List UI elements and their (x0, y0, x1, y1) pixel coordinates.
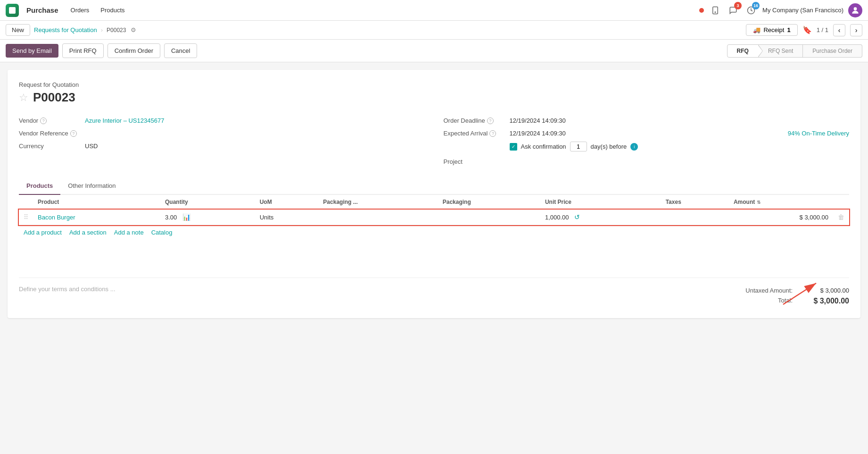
delete-row-icon[interactable]: 🗑 (838, 213, 844, 221)
currency-value[interactable]: USD (85, 143, 425, 150)
amount-col-header: Amount ⇅ (729, 195, 833, 210)
packaging-qty-cell[interactable] (318, 210, 438, 225)
packaging-cell[interactable] (438, 210, 540, 225)
truck-icon: 🚚 (753, 26, 761, 34)
send-by-email-button[interactable]: Send by Email (6, 44, 58, 58)
quantity-col-header: Quantity (160, 195, 255, 210)
tab-other-information[interactable]: Other Information (60, 177, 123, 195)
grand-total-row: Total: $ 3,000.00 (731, 295, 849, 307)
cancel-button[interactable]: Cancel (164, 43, 197, 58)
total-value: $ 3,000.00 (802, 297, 849, 305)
products-section: Product Quantity UoM Packaging ... Packa… (19, 195, 849, 240)
table-row: ⠿ Bacon Burger 3.00 📊 Units 1,000.00 ↺ (19, 210, 849, 225)
drag-handle-icon[interactable]: ⠿ (24, 213, 28, 221)
on-time-delivery[interactable]: 94% On-Time Delivery (788, 130, 849, 137)
vendor-value[interactable]: Azure Interior – US12345677 (85, 117, 425, 124)
app-icon (6, 4, 19, 17)
vendor-label: Vendor ? (19, 117, 85, 124)
tabs: Products Other Information (19, 177, 849, 195)
delete-cell[interactable]: 🗑 (833, 210, 849, 225)
total-label: Total: (736, 297, 793, 305)
currency-row: Currency USD (19, 140, 425, 152)
doc-title-row: ☆ P00023 (19, 90, 849, 105)
untaxed-row: Untaxed Amount: $ 3,000.00 (731, 286, 849, 295)
vendor-row: Vendor ? Azure Interior – US12345677 (19, 114, 425, 127)
vendor-ref-help-icon[interactable]: ? (70, 130, 77, 137)
untaxed-label: Untaxed Amount: (736, 287, 793, 294)
order-deadline-value[interactable]: 12/19/2024 14:09:30 (510, 117, 850, 124)
status-dot (699, 8, 704, 13)
gear-icon[interactable]: ⚙ (131, 26, 136, 34)
doc-label: Request for Quotation (19, 81, 849, 88)
terms-input[interactable]: Define your terms and conditions ... (19, 286, 731, 293)
expected-arrival-value[interactable]: 12/19/2024 14:09:30 (510, 130, 780, 137)
ask-confirm-checkbox[interactable]: ✓ (510, 143, 517, 151)
footer-area: Define your terms and conditions ... Unt… (19, 277, 849, 307)
action-bar: Send by Email Print RFQ Confirm Order Ca… (0, 40, 868, 62)
prev-page-button[interactable]: ‹ (833, 24, 845, 36)
quantity-cell: 3.00 📊 (160, 210, 255, 225)
bookmark-icon[interactable]: 🔖 (802, 25, 812, 34)
next-page-button[interactable]: › (850, 24, 862, 36)
clock-icon[interactable]: 16 (744, 4, 758, 17)
order-deadline-help-icon[interactable]: ? (487, 118, 494, 124)
doc-number: P00023 (33, 90, 75, 105)
product-col-header: Product (33, 195, 160, 210)
chat-icon[interactable]: 3 (727, 4, 740, 17)
main-content: Request for Quotation ☆ P00023 Vendor ? … (8, 70, 860, 318)
uom-cell[interactable]: Units (255, 210, 319, 225)
svg-point-1 (715, 12, 716, 13)
svg-point-3 (854, 7, 857, 10)
vendor-ref-row: Vendor Reference ? (19, 127, 425, 140)
top-nav: Purchase Orders Products 3 16 My Company… (0, 0, 868, 21)
receipt-count: 1 (787, 26, 790, 34)
sort-icon[interactable]: ⇅ (757, 200, 761, 205)
reset-price-icon[interactable]: ↺ (574, 213, 580, 221)
actions-col-header (833, 195, 849, 210)
receipt-label: Receipt (763, 26, 784, 34)
favorite-star[interactable]: ☆ (19, 92, 28, 104)
expected-arrival-label: Expected Arrival ? (444, 130, 510, 137)
ask-confirm-row: ✓ Ask confirmation day(s) before i (444, 142, 850, 151)
table-header: Product Quantity UoM Packaging ... Packa… (19, 195, 849, 210)
expected-arrival-help-icon[interactable]: ? (489, 130, 496, 137)
project-label: Project (444, 158, 510, 165)
confirm-order-button[interactable]: Confirm Order (107, 43, 160, 58)
tab-products[interactable]: Products (19, 177, 60, 195)
forecast-chart-icon[interactable]: 📊 (182, 213, 190, 221)
info-icon[interactable]: i (630, 143, 638, 151)
clock-badge: 16 (752, 2, 760, 9)
taxes-col-header: Taxes (661, 195, 729, 210)
taxes-cell[interactable] (661, 210, 729, 225)
status-purchase-order[interactable]: Purchase Order (803, 44, 862, 58)
chat-badge: 3 (734, 2, 742, 9)
add-section-link[interactable]: Add a section (69, 229, 107, 236)
breadcrumb-bar: New Requests for Quotation › P00023 ⚙ 🚚 … (0, 21, 868, 40)
add-product-link[interactable]: Add a product (24, 229, 62, 236)
avatar[interactable] (848, 3, 862, 17)
unit-price-col-header: Unit Price (540, 195, 661, 210)
breadcrumb-parent[interactable]: Requests for Quotation (34, 26, 97, 34)
add-note-link[interactable]: Add a note (114, 229, 144, 236)
breadcrumb-current: P00023 (107, 27, 126, 34)
untaxed-value: $ 3,000.00 (802, 287, 849, 294)
ask-confirm-days-input[interactable] (570, 142, 587, 151)
order-deadline-row: Order Deadline ? 12/19/2024 14:09:30 (444, 114, 850, 127)
phone-icon[interactable] (709, 4, 722, 17)
print-rfq-button[interactable]: Print RFQ (62, 43, 104, 58)
drag-handle-cell[interactable]: ⠿ (19, 210, 33, 225)
vendor-help-icon[interactable]: ? (40, 118, 47, 124)
nav-right: 3 16 My Company (San Francisco) (699, 3, 862, 17)
new-button[interactable]: New (6, 24, 30, 36)
app-name[interactable]: Purchase (26, 6, 58, 14)
status-rfq-sent[interactable]: RFQ Sent (759, 44, 803, 58)
totals-section: Untaxed Amount: $ 3,000.00 Total: $ 3,00… (731, 286, 849, 307)
nav-orders[interactable]: Orders (66, 4, 94, 17)
page-info: 1 / 1 (817, 26, 828, 34)
catalog-link[interactable]: Catalog (151, 229, 173, 236)
product-cell[interactable]: Bacon Burger (33, 210, 160, 225)
vendor-ref-label: Vendor Reference ? (19, 130, 85, 137)
receipt-button[interactable]: 🚚 Receipt 1 (746, 24, 797, 36)
status-rfq[interactable]: RFQ (727, 44, 759, 58)
nav-products[interactable]: Products (96, 4, 129, 17)
